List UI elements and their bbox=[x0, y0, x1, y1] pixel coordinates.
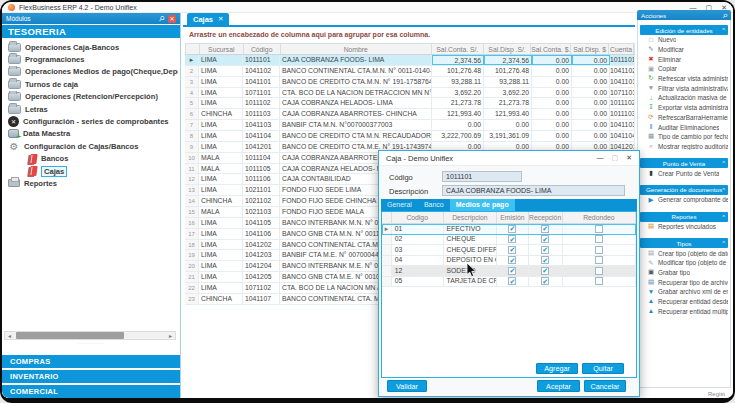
table-row[interactable]: 2LIMA1041102BANCO CONTINENTAL CTA.M.N. N… bbox=[185, 66, 635, 77]
action-refrescarbarraherramientas[interactable]: ⟳RefrescarBarraHerramientas bbox=[640, 113, 728, 123]
table-row[interactable]: 3LIMA1041101BANCO DE CREDITO CTA.M.N. N°… bbox=[185, 77, 635, 88]
payment-method-row[interactable]: 02CHEQUE✔✔ bbox=[382, 235, 636, 246]
scroll-left-icon[interactable]: ◂ bbox=[5, 332, 14, 339]
action-grabar-tipo[interactable]: ▣Grabar tipo bbox=[640, 268, 728, 278]
dialog-column-header-codigo[interactable]: Codigo bbox=[392, 212, 444, 223]
sidebar-section-compras[interactable]: COMPRAS bbox=[2, 355, 180, 368]
column-header-sal-disp[interactable]: Sal.Disp. $ bbox=[571, 44, 609, 54]
action-exportar-vista-administrativa[interactable]: ↧Exportar vista administrativa bbox=[640, 103, 728, 113]
panel-splitter[interactable]: ·········· bbox=[2, 341, 180, 346]
tab-cajas[interactable]: Cajas ✕ bbox=[187, 13, 229, 25]
quitar-button[interactable]: Quitar bbox=[582, 363, 624, 374]
sidebar-item-turnos-de-caja[interactable]: Turnos de caja bbox=[8, 78, 178, 90]
action-grabar-archivo-xml-de-entidad[interactable]: ▼Grabar archivo xml de entidad bbox=[640, 287, 728, 297]
payment-method-row[interactable]: ►01EFECTIVO✔✔ bbox=[382, 224, 636, 235]
column-header-nombre[interactable]: Nombre bbox=[281, 44, 432, 54]
panel-close-icon[interactable]: ✕ bbox=[168, 15, 176, 23]
action-crear-punto-de-venta[interactable]: ▮Crear Punto de Venta bbox=[640, 168, 728, 178]
dialog-column-header-redondeo[interactable]: Redondeo bbox=[563, 212, 636, 223]
dialog-minimize-icon[interactable]: — bbox=[597, 154, 604, 162]
recepcion-checkbox[interactable]: ✔ bbox=[541, 277, 549, 285]
action-eliminar[interactable]: ✖Eliminar bbox=[640, 54, 728, 64]
tab-medios-de-pago[interactable]: Medios de pago bbox=[450, 199, 515, 211]
emision-checkbox[interactable]: ✔ bbox=[508, 225, 516, 233]
sidebar-section-inventario[interactable]: INVENTARIO bbox=[2, 370, 180, 383]
recepcion-checkbox[interactable]: ✔ bbox=[541, 235, 549, 243]
action-refrescar-vista-administrativa[interactable]: ↻Refrescar vista administrativa bbox=[640, 74, 728, 84]
dialog-column-header-emisi-n[interactable]: Emisión bbox=[497, 212, 528, 223]
action-generar-comprobante-de-reten[interactable]: ▶Generar comprobante de reten... bbox=[640, 195, 728, 205]
codigo-field[interactable]: 1011101 bbox=[442, 171, 522, 182]
redondeo-checkbox[interactable] bbox=[595, 267, 603, 275]
redondeo-checkbox[interactable] bbox=[595, 235, 603, 243]
scrollbar-thumb[interactable] bbox=[16, 332, 124, 339]
redondeo-checkbox[interactable] bbox=[595, 225, 603, 233]
tab-banco[interactable]: Banco bbox=[418, 199, 450, 211]
descripcion-field[interactable]: CAJA COBRANZA FOODS- LIMA bbox=[442, 185, 625, 196]
action-reportes-vinculados[interactable]: ▤Reportes vinculados bbox=[640, 222, 728, 232]
tab-close-icon[interactable]: ✕ bbox=[218, 15, 223, 23]
dialog-close-icon[interactable]: ✕ bbox=[626, 154, 632, 162]
payment-method-row[interactable]: 05TARJETA DE CRED✔✔ bbox=[382, 277, 636, 288]
tab-general[interactable]: General bbox=[381, 199, 418, 211]
agregar-button[interactable]: Agregar bbox=[536, 363, 578, 374]
action-recuperar-entidad-desde-archiv[interactable]: ▲Recuperar entidad desde archiv... bbox=[640, 297, 728, 307]
recepcion-checkbox[interactable]: ✔ bbox=[541, 246, 549, 254]
payment-method-row[interactable]: 12SODEXO✔✔ bbox=[382, 266, 636, 277]
table-row[interactable]: 6CHINCHA1011103CAJA COBRANZA ABARROTES- … bbox=[185, 109, 635, 120]
action-copiar[interactable]: ▣Copiar bbox=[640, 64, 728, 74]
redondeo-checkbox[interactable] bbox=[595, 256, 603, 264]
table-row[interactable]: 5LIMA1011102CAJA COBRANZA HELADOS- LIMA2… bbox=[185, 98, 635, 109]
action-recuperar-entidad-m-ltiple-des[interactable]: ▲Recuperar entidad múltiple des... bbox=[640, 306, 728, 316]
sidebar-horizontal-scrollbar[interactable]: ◂ ▸ bbox=[4, 331, 176, 340]
table-row[interactable]: 4LIMA1071101CTA. BCO DE LA NACION DETRAC… bbox=[185, 88, 635, 99]
recepcion-checkbox[interactable]: ✔ bbox=[541, 225, 549, 233]
sidebar-item-cajas[interactable]: Cajas bbox=[8, 165, 178, 177]
column-header-cuenta[interactable]: Cuenta bbox=[609, 44, 634, 54]
action-modificar[interactable]: ✎Modificar bbox=[640, 45, 728, 55]
action-auditar-eliminaciones[interactable]: ‖Auditar Eliminaciones bbox=[640, 122, 728, 132]
aceptar-button[interactable]: Aceptar bbox=[537, 380, 580, 392]
validar-button[interactable]: Validar bbox=[387, 380, 427, 392]
section-punto-de-venta[interactable]: Punto de Venta^ bbox=[640, 158, 728, 168]
cancelar-button[interactable]: Cancelar bbox=[584, 380, 626, 392]
action-recuperar-tipo-de-archivo-xml[interactable]: ▤Recuperar tipo de archivo xml bbox=[640, 277, 728, 287]
redondeo-checkbox[interactable] bbox=[595, 246, 603, 254]
section-tipos[interactable]: Tipos^ bbox=[640, 238, 728, 248]
column-header-sal-conta[interactable]: Sal.Conta. $. bbox=[531, 44, 571, 54]
sidebar-item-operaciones-caja-bancos[interactable]: Operaciones Caja-Bancos bbox=[8, 41, 178, 53]
sidebar-item-letras[interactable]: Letras bbox=[8, 103, 178, 115]
sidebar-item-operaciones-medios-de-pago-chequ[interactable]: Operaciones Medios de pago(Cheque,Depos.… bbox=[8, 66, 178, 78]
action-nuevo[interactable]: □Nuevo bbox=[640, 35, 728, 45]
emision-checkbox[interactable]: ✔ bbox=[508, 277, 516, 285]
column-header-sal-disp-s[interactable]: Sal.Disp .S/. bbox=[484, 44, 532, 54]
action-crear-tipo-objeto-de-datos[interactable]: ▤Crear tipo (objeto de datos) bbox=[640, 248, 728, 258]
action-modificar-tipo-objeto-de-datos[interactable]: ✎Modificar tipo (objeto de datos) bbox=[640, 258, 728, 268]
column-header-sal-conta-s[interactable]: Sal.Conta. S/. bbox=[432, 44, 484, 54]
sidebar-item-operaciones-retencion-percepci-n[interactable]: Operaciones (Retencion/Percepción) bbox=[8, 91, 178, 103]
section-reportes[interactable]: Reportes^ bbox=[640, 212, 728, 222]
dialog-column-header-descripcion[interactable]: Descripcion bbox=[444, 212, 498, 223]
dialog-column-header-recepci-n[interactable]: Recepción bbox=[529, 212, 563, 223]
sidebar-section-comercial[interactable]: COMERCIAL bbox=[2, 385, 180, 398]
action-filtrar-vista-administrativa[interactable]: ▼Filtrar vista administrativa bbox=[640, 83, 728, 93]
sidebar-item-bancos[interactable]: Bancos bbox=[8, 153, 178, 165]
column-header-c-digo[interactable]: Código bbox=[244, 44, 281, 54]
sidebar-item-configuraci-n-series-de-comproba[interactable]: Configuración - series de comprobantes bbox=[8, 115, 178, 127]
column-header-sucursal[interactable]: Sucursal bbox=[200, 44, 244, 54]
table-row[interactable]: 8LIMA1041104BANCO DE CREDITO CTA M.N. RE… bbox=[185, 131, 635, 142]
sidebar-item-data-maestra[interactable]: Data Maestra bbox=[8, 128, 178, 140]
action-actualizaci-n-masiva-de-datos[interactable]: ↓Actualización masiva de datos bbox=[640, 93, 728, 103]
table-row[interactable]: ►LIMA1011101CAJA COBRANZA FOODS- LIMA2,3… bbox=[185, 55, 635, 66]
sidebar-item-configuraci-n-de-cajas-bancos[interactable]: ⚙Configuración de Cajas/Bancos bbox=[8, 140, 178, 152]
section-generaci-n-de-documentos[interactable]: Generación de documentos^ bbox=[640, 185, 728, 195]
action-tipo-de-cambio-por-fecha[interactable]: ▦Tipo de cambio por fecha bbox=[640, 132, 728, 142]
action-mostrar-registro-auditoria[interactable]: ⌕Mostrar registro auditoria bbox=[640, 142, 728, 152]
sidebar-section-tesoreria[interactable]: TESORERIA bbox=[2, 25, 180, 38]
emision-checkbox[interactable]: ✔ bbox=[508, 246, 516, 254]
sidebar-item-programaciones[interactable]: Programaciones bbox=[8, 53, 178, 65]
section-edici-n-de-entidades[interactable]: Edición de entidades^ bbox=[640, 25, 728, 35]
recepcion-checkbox[interactable]: ✔ bbox=[541, 267, 549, 275]
payment-method-row[interactable]: 04DEPOSITO EN CU✔✔ bbox=[382, 256, 636, 267]
table-row[interactable]: 7LIMA1041103BANBIF CTA M.N. N°0070003770… bbox=[185, 120, 635, 131]
